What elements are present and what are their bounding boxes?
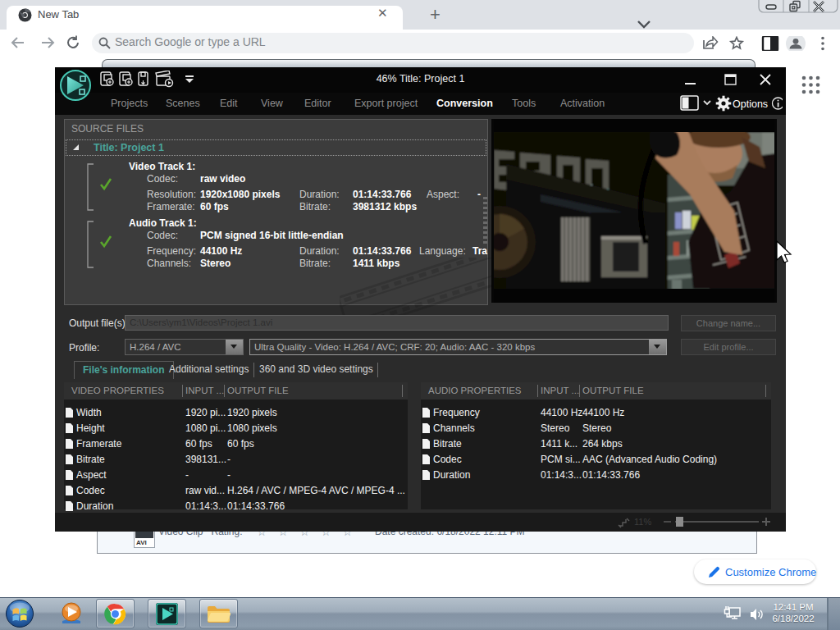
svg-text:Options: Options <box>733 98 768 110</box>
svg-text:11%: 11% <box>634 517 651 527</box>
